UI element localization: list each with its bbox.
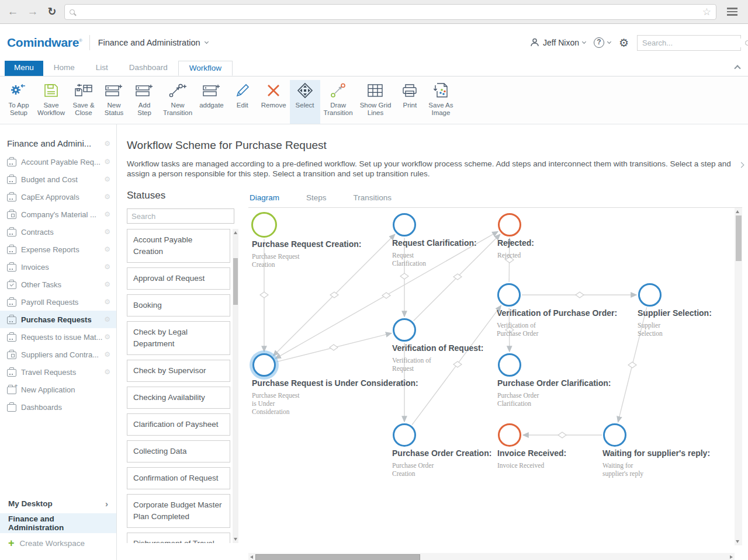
toolbar-button[interactable]: AddStep [129, 80, 160, 124]
menu-button[interactable]: Menu [5, 61, 43, 76]
view-tab[interactable]: Diagram [248, 190, 280, 209]
help-menu[interactable]: ? [594, 37, 611, 48]
transition-diamond-icon[interactable] [330, 345, 338, 350]
sidebar-item[interactable]: Suppliers and Contra... ⚙ [0, 346, 116, 363]
status-list-item[interactable]: Booking [127, 294, 230, 316]
status-list-item[interactable]: Checking Availability [127, 387, 230, 409]
status-list-item[interactable]: Approval of Request [127, 267, 230, 290]
scroll-down-icon[interactable] [736, 540, 739, 543]
workspace-selector[interactable]: Finance and Administration [98, 38, 208, 47]
toolbar-button[interactable]: Edit [227, 80, 258, 124]
gear-icon[interactable]: ⚙ [104, 228, 110, 235]
transition-diamond-icon[interactable] [628, 362, 636, 368]
toolbar-button[interactable]: Select [290, 80, 320, 124]
sidebar-item[interactable]: Company's Material ... ⚙ [0, 206, 116, 223]
scroll-up-icon[interactable] [736, 210, 739, 213]
my-desktop-item[interactable]: My Desktop › [0, 493, 116, 513]
gear-icon[interactable]: ⚙ [104, 316, 110, 323]
sidebar-item[interactable]: CapEx Approvals ⚙ [0, 188, 116, 206]
nav-tab[interactable]: List [85, 61, 119, 76]
status-list-item[interactable]: Confirmation of Request [127, 467, 230, 489]
gear-icon[interactable]: ⚙ [104, 351, 110, 358]
toolbar-button[interactable]: Show GridLines [356, 80, 395, 124]
gear-icon[interactable]: ⚙ [104, 176, 110, 183]
workflow-step-ss[interactable] [638, 283, 662, 307]
create-workspace-button[interactable]: + Create Workspace [0, 533, 116, 553]
browser-forward-icon[interactable]: → [26, 5, 40, 18]
transition-diamond-icon[interactable] [576, 292, 584, 298]
sidebar-item[interactable]: Purchase Requests ⚙ [0, 311, 116, 328]
scroll-down-icon[interactable] [234, 538, 237, 541]
transition-diamond-icon[interactable] [400, 273, 408, 279]
status-list-item[interactable]: Account Payable Creation [127, 229, 230, 263]
scrollbar-thumb[interactable] [736, 215, 742, 261]
transition-diamond-icon[interactable] [330, 292, 338, 298]
workflow-step-vopo[interactable] [497, 283, 521, 307]
current-workspace-item[interactable]: Finance and Administration [0, 513, 116, 533]
workflow-step-prc[interactable] [251, 212, 277, 238]
transition-diamond-icon[interactable] [453, 274, 462, 280]
sidebar-item[interactable]: Dashboards [0, 398, 116, 416]
sidebar-item[interactable]: Budget and Cost ⚙ [0, 171, 116, 188]
workflow-step-pocl[interactable] [498, 353, 521, 377]
sidebar-item[interactable]: Travel Requests ⚙ [0, 363, 116, 381]
diagram-horizontal-scrollbar[interactable] [248, 553, 735, 560]
workflow-step-wait[interactable] [603, 423, 626, 447]
sidebar-item[interactable]: Contracts ⚙ [0, 223, 116, 241]
view-tab[interactable]: Steps [305, 190, 328, 209]
status-list-item[interactable]: Clarification of Paysheet [127, 413, 230, 436]
user-menu[interactable]: Jeff Nixon [530, 38, 586, 47]
scroll-left-icon[interactable] [250, 555, 253, 559]
toolbar-button[interactable]: SaveWorkflow [34, 80, 68, 124]
sidebar-item[interactable]: Account Payable Req... ⚙ [0, 153, 116, 171]
diagram-vertical-scrollbar[interactable] [735, 208, 742, 545]
toolbar-button[interactable]: Remove [258, 80, 290, 124]
scrollbar-thumb[interactable] [255, 554, 420, 560]
transition-diamond-icon[interactable] [260, 292, 268, 298]
status-list-item[interactable]: Check by Supervisor [127, 360, 230, 382]
nav-tab[interactable]: Workflow [178, 61, 233, 76]
workflow-step-rej[interactable] [498, 213, 521, 236]
status-list-item[interactable]: Check by Legal Department [127, 321, 230, 355]
gear-icon[interactable]: ⚙ [104, 193, 110, 200]
browser-back-icon[interactable]: ← [6, 5, 20, 18]
sidebar-item[interactable]: New Application [0, 381, 116, 398]
gear-icon[interactable]: ⚙ [104, 211, 110, 218]
view-tab[interactable]: Transitions [352, 190, 393, 209]
scroll-right-icon[interactable] [730, 555, 733, 559]
statuses-search[interactable] [127, 208, 234, 224]
sidebar-item[interactable]: Other Tasks ⚙ [0, 276, 116, 293]
gear-icon[interactable]: ⚙ [104, 158, 110, 165]
gear-icon[interactable]: ⚙ [104, 368, 110, 375]
status-list-item[interactable]: Collecting Data [127, 440, 230, 462]
toolbar-button[interactable]: Save &Close [68, 80, 99, 124]
gear-icon[interactable]: ⚙ [104, 281, 110, 288]
diagram-canvas[interactable]: Purchase Request Creation:Purchase Reque… [248, 208, 734, 545]
workflow-step-pruc[interactable] [252, 353, 276, 377]
workflow-step-inv[interactable] [498, 423, 521, 447]
gear-icon[interactable]: ⚙ [104, 140, 110, 147]
global-search[interactable] [637, 35, 741, 51]
gear-icon[interactable]: ⚙ [104, 246, 110, 253]
browser-reload-icon[interactable]: ↻ [46, 5, 58, 18]
workflow-step-poc[interactable] [393, 423, 416, 447]
transition-diamond-icon[interactable] [558, 432, 566, 438]
toolbar-button[interactable]: To AppSetup [4, 80, 34, 124]
browser-menu-icon[interactable] [727, 11, 737, 13]
toolbar-button[interactable]: NewTransition [160, 80, 196, 124]
toolbar-button[interactable]: Print [394, 80, 425, 124]
address-bar[interactable]: ☆ [64, 4, 716, 20]
status-list-item[interactable]: Disbursement of Travel Advance [127, 533, 230, 543]
global-search-input[interactable] [642, 39, 745, 47]
nav-tab[interactable]: Dashboard [119, 61, 178, 76]
nav-tab[interactable]: Home [43, 61, 85, 76]
sidebar-item[interactable]: Payroll Requests ⚙ [0, 293, 116, 311]
gear-icon[interactable]: ⚙ [104, 263, 110, 270]
settings-gear-icon[interactable]: ⚙ [619, 36, 629, 50]
scroll-up-icon[interactable] [234, 231, 237, 234]
address-input[interactable] [78, 8, 699, 16]
gear-icon[interactable]: ⚙ [104, 333, 110, 340]
bookmark-star-icon[interactable]: ☆ [702, 6, 711, 18]
sidebar-item[interactable]: Invoices ⚙ [0, 258, 116, 276]
gear-icon[interactable]: ⚙ [104, 298, 110, 305]
